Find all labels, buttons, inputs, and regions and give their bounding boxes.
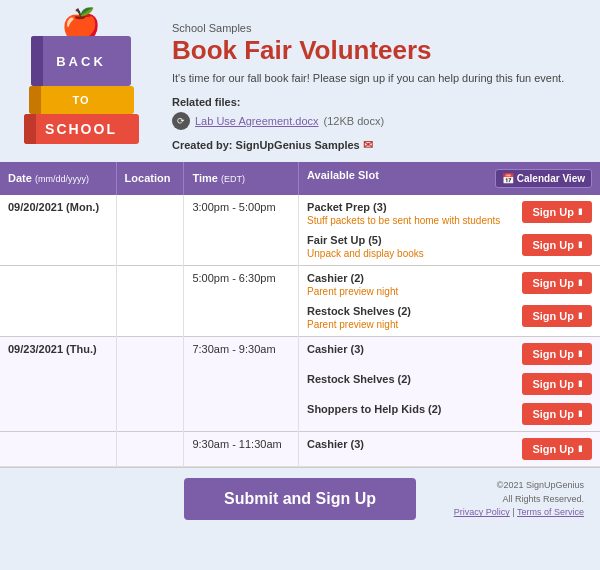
slot-info: Restock Shelves (2): [307, 373, 467, 387]
footer-links: ©2021 SignUpGenius All Rights Reserved. …: [454, 479, 584, 520]
book-mid: TO: [29, 86, 134, 114]
signup-button[interactable]: Sign Up: [522, 403, 592, 425]
date-cell: 09/20/2021 (Mon.): [0, 195, 116, 266]
page-header: 🍎 BACK TO SCHOOL School Samples Book Fai…: [0, 0, 600, 162]
location-cell: [116, 336, 184, 431]
slot-name: Restock Shelves (2): [307, 373, 467, 385]
slot-info: Cashier (3): [307, 438, 467, 452]
file-icon: ⟳: [172, 112, 190, 130]
book-top-text: BACK: [56, 54, 106, 69]
signup-button[interactable]: Sign Up: [522, 201, 592, 223]
time-cell: 3:00pm - 5:00pm: [184, 195, 299, 266]
date-cell: [0, 431, 116, 466]
rights-text: All Rights Reserved.: [454, 493, 584, 507]
slot-name: Restock Shelves (2): [307, 305, 467, 317]
created-by-label: Created by:: [172, 139, 233, 151]
books-illustration: 🍎 BACK TO SCHOOL: [16, 14, 146, 144]
book-spine-yellow: [29, 86, 41, 114]
slot-name: Packet Prep (3): [307, 201, 500, 213]
file-size: (12KB docx): [324, 115, 385, 127]
slot-info: Packet Prep (3) Stuff packets to be sent…: [307, 201, 500, 226]
schedule-table-container: Date (mm/dd/yyyy) Location Time (EDT) Av…: [0, 162, 600, 467]
school-name: School Samples: [172, 22, 584, 34]
calendar-icon: 📅: [502, 173, 514, 184]
time-cell: 7:30am - 9:30am: [184, 336, 299, 431]
slot-desc: Stuff packets to be sent home with stude…: [307, 215, 500, 226]
col-date: Date (mm/dd/yyyy): [0, 162, 116, 195]
footer-bar: Submit and Sign Up ©2021 SignUpGenius Al…: [0, 467, 600, 530]
location-cell: [116, 431, 184, 466]
related-files-label: Related files:: [172, 96, 584, 108]
col-slot: Available Slot 📅 Calendar View: [299, 162, 600, 195]
signup-button[interactable]: Sign Up: [522, 373, 592, 395]
slot-desc: Unpack and display books: [307, 248, 467, 259]
signup-button[interactable]: Sign Up: [522, 272, 592, 294]
slot-info: Cashier (2) Parent preview night: [307, 272, 467, 297]
file-link-row: ⟳ Lab Use Agreement.docx (12KB docx): [172, 112, 584, 130]
signup-button[interactable]: Sign Up: [522, 305, 592, 327]
copyright-text: ©2021 SignUpGenius: [454, 479, 584, 493]
book-spine-red: [24, 114, 36, 144]
time-cell: 9:30am - 11:30am: [184, 431, 299, 466]
created-by: Created by: SignUpGenius Samples ✉: [172, 138, 584, 152]
book-mid-text: TO: [72, 94, 89, 106]
calendar-view-button[interactable]: 📅 Calendar View: [495, 169, 592, 188]
privacy-policy-link[interactable]: Privacy Policy: [454, 507, 510, 517]
slot-action-cell: Packet Prep (3) Stuff packets to be sent…: [299, 195, 600, 266]
signup-button[interactable]: Sign Up: [522, 343, 592, 365]
table-row: 9:30am - 11:30am Cashier (3) Sign Up: [0, 431, 600, 466]
time-cell: 5:00pm - 6:30pm: [184, 265, 299, 336]
slot-name: Cashier (3): [307, 438, 467, 450]
slot-action-cell: Cashier (3) Sign Up Restock Shelves (2) …: [299, 336, 600, 431]
slot-desc: Parent preview night: [307, 319, 467, 330]
table-header-row: Date (mm/dd/yyyy) Location Time (EDT) Av…: [0, 162, 600, 195]
table-row: 5:00pm - 6:30pm Cashier (2) Parent previ…: [0, 265, 600, 336]
date-cell: 09/23/2021 (Thu.): [0, 336, 116, 431]
signup-button[interactable]: Sign Up: [522, 234, 592, 256]
slot-desc: Parent preview night: [307, 286, 467, 297]
book-bottom-text: SCHOOL: [45, 121, 117, 137]
terms-of-service-link[interactable]: Terms of Service: [517, 507, 584, 517]
mail-icon: ✉: [363, 138, 373, 152]
schedule-table: Date (mm/dd/yyyy) Location Time (EDT) Av…: [0, 162, 600, 467]
slot-action-cell: Cashier (2) Parent preview night Sign Up…: [299, 265, 600, 336]
slot-name: Shoppers to Help Kids (2): [307, 403, 467, 415]
col-time: Time (EDT): [184, 162, 299, 195]
submit-signup-button[interactable]: Submit and Sign Up: [184, 478, 416, 520]
location-cell: [116, 195, 184, 266]
location-cell: [116, 265, 184, 336]
file-download-link[interactable]: Lab Use Agreement.docx: [195, 115, 319, 127]
slot-info: Fair Set Up (5) Unpack and display books: [307, 234, 467, 259]
slot-name: Fair Set Up (5): [307, 234, 467, 246]
date-cell: [0, 265, 116, 336]
created-by-name: SignUpGenius Samples: [236, 139, 360, 151]
book-back: SCHOOL: [24, 114, 139, 144]
slot-name: Cashier (3): [307, 343, 467, 355]
slot-info: Restock Shelves (2) Parent preview night: [307, 305, 467, 330]
signup-button[interactable]: Sign Up: [522, 438, 592, 460]
table-row: 09/23/2021 (Thu.) 7:30am - 9:30am Cashie…: [0, 336, 600, 431]
header-content: School Samples Book Fair Volunteers It's…: [172, 14, 584, 152]
slot-info: Shoppers to Help Kids (2): [307, 403, 467, 417]
event-title: Book Fair Volunteers: [172, 36, 584, 65]
col-location: Location: [116, 162, 184, 195]
book-top: BACK: [31, 36, 131, 86]
header-image: 🍎 BACK TO SCHOOL: [16, 14, 156, 144]
table-row: 09/20/2021 (Mon.) 3:00pm - 5:00pm Packet…: [0, 195, 600, 266]
slot-name: Cashier (2): [307, 272, 467, 284]
book-spine-purple: [31, 36, 43, 86]
event-description: It's time for our fall book fair! Please…: [172, 71, 584, 86]
slot-action-cell: Cashier (3) Sign Up: [299, 431, 600, 466]
slot-info: Cashier (3): [307, 343, 467, 357]
